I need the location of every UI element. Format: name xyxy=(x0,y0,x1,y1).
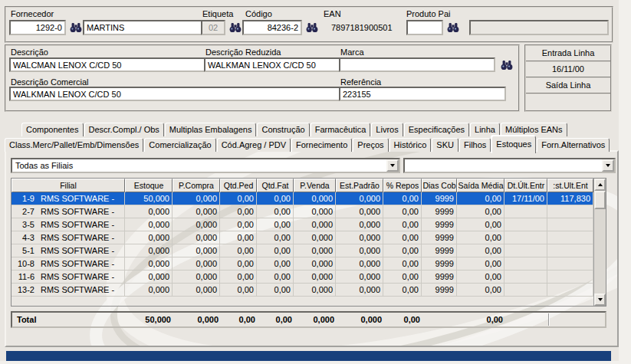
produto-pai-linked-field xyxy=(469,20,609,35)
tab-class-merc-pallet-emb-dimens-es[interactable]: Class.Merc/Pallet/Emb/Dimensões xyxy=(5,138,143,152)
column-header-sa-da-m-dia[interactable]: Saída Média xyxy=(457,179,504,192)
bottom-status-bar xyxy=(6,351,611,361)
column-header-estoque[interactable]: Estoque xyxy=(125,179,173,192)
produto-pai-lookup-icon[interactable] xyxy=(446,21,459,33)
column-header-filial[interactable]: Filial xyxy=(12,179,125,192)
cell-qtd-fat: 0,00 xyxy=(257,205,294,218)
descricao-label: Descrição xyxy=(11,48,48,57)
tab-forn-alternativos[interactable]: Forn.Alternativos xyxy=(537,138,610,152)
cell-p-compra: 0,000 xyxy=(173,218,220,231)
filial-cell: 3-5RMS SOFTWARE - xyxy=(12,218,125,231)
cell-p-compra: 0,000 xyxy=(173,271,220,284)
cell-repos: 0,00 xyxy=(383,271,422,284)
cell-est-padr-o: 0,000 xyxy=(336,244,383,257)
table-row-filial-1-9[interactable]: 1-9RMS SOFTWARE -50,0000,0000,000,000,00… xyxy=(12,192,606,205)
fornecedor-lookup-icon[interactable] xyxy=(69,21,82,33)
branch-filter-dropdown-button[interactable] xyxy=(386,159,399,172)
column-header-dt-lt-entr[interactable]: Dt.Últ.Entr xyxy=(504,179,547,192)
table-row-filial-10-8[interactable]: 10-8RMS SOFTWARE -0,0000,0000,000,000,00… xyxy=(12,257,606,271)
total-qtd-ped: 0,00 xyxy=(221,315,258,324)
fornecedor-code-field[interactable] xyxy=(9,20,66,35)
tab-sku[interactable]: SKU xyxy=(432,138,458,152)
cell-qtd-fat: 0,00 xyxy=(257,271,294,284)
codigo-field[interactable] xyxy=(242,20,302,35)
total-qtd-fat: 0,00 xyxy=(258,315,294,324)
etiqueta-field xyxy=(201,20,225,35)
filial-name: RMS SOFTWARE - xyxy=(41,244,114,257)
fornecedor-label: Fornecedor xyxy=(11,9,54,18)
cell-repos: 0,00 xyxy=(383,284,422,297)
column-header-repos[interactable]: % Repos xyxy=(383,179,422,192)
cell-qtd-ped: 0,00 xyxy=(220,218,257,231)
produto-pai-field[interactable] xyxy=(406,20,443,35)
scroll-up-button[interactable] xyxy=(594,179,606,191)
cell-p-compra: 0,000 xyxy=(173,244,220,257)
secondary-filter-select[interactable] xyxy=(403,158,616,173)
column-header-st-ult-ent[interactable]: :st.Ult.Ent xyxy=(547,179,593,192)
tab-hist-rico[interactable]: Histórico xyxy=(389,138,432,152)
marca-lookup-icon[interactable] xyxy=(500,59,513,71)
cell-repos: 0,00 xyxy=(383,244,422,257)
fornecedor-name-field[interactable] xyxy=(83,20,204,35)
product-registration-window: Fornecedor Etiqueta Código EAN 789718190… xyxy=(0,0,619,361)
marca-field[interactable] xyxy=(339,57,495,72)
scroll-down-button[interactable] xyxy=(594,293,606,306)
cell-qtd-fat: 0,00 xyxy=(257,244,294,257)
table-row-filial-11-6[interactable]: 11-6RMS SOFTWARE -0,0000,0000,000,000,00… xyxy=(12,271,606,284)
cell-st-ult-ent xyxy=(547,244,593,257)
referencia-field[interactable] xyxy=(339,87,506,101)
column-header-qtd-fat[interactable]: Qtd.Fat xyxy=(257,179,294,192)
tab-c-d-agreg-pdv[interactable]: Cód.Agreg / PDV xyxy=(217,138,291,152)
column-header-p-venda[interactable]: P.Venda xyxy=(294,179,336,192)
descricao-field[interactable] xyxy=(9,57,205,72)
cell-dt-lt-entr: 17/11/00 xyxy=(504,192,547,205)
table-row-filial-4-3[interactable]: 4-3RMS SOFTWARE -0,0000,0000,000,000,000… xyxy=(12,231,606,244)
codigo-lookup-icon[interactable] xyxy=(305,21,318,33)
filial-name: RMS SOFTWARE - xyxy=(41,231,114,244)
secondary-filter-dropdown-button[interactable] xyxy=(602,159,614,172)
cell-st-ult-ent xyxy=(547,218,593,231)
vertical-scrollbar[interactable] xyxy=(593,179,606,306)
cell-sa-da-m-dia: 0,00 xyxy=(457,271,504,284)
table-row-filial-5-1[interactable]: 5-1RMS SOFTWARE -0,0000,0000,000,000,000… xyxy=(12,244,606,257)
descricao-reduzida-field[interactable] xyxy=(204,57,340,72)
tab-fornecimento[interactable]: Fornecimento xyxy=(291,138,352,152)
linha-panel: Entrada Linha 16/11/00 Saída Linha xyxy=(524,44,612,112)
tab-estoques[interactable]: Estoques xyxy=(491,136,536,153)
cell-st-ult-ent xyxy=(547,231,593,244)
column-header-est-padr-o[interactable]: Est.Padrão xyxy=(336,179,383,192)
column-header-qtd-ped[interactable]: Qtd.Ped xyxy=(220,179,257,192)
table-row-filial-3-5[interactable]: 3-5RMS SOFTWARE -0,0000,0000,000,000,000… xyxy=(12,218,606,231)
column-header-dias-cob[interactable]: Dias Cob xyxy=(422,179,457,192)
scrollbar-thumb[interactable] xyxy=(594,191,606,209)
cell-repos: 0,00 xyxy=(383,231,422,244)
cell-qtd-fat: 0,00 xyxy=(257,192,294,205)
totals-divider xyxy=(548,313,550,326)
tab-comercializa-o[interactable]: Comercialização xyxy=(144,138,215,152)
descricao-comercial-field[interactable] xyxy=(9,87,343,101)
tab-pre-os[interactable]: Preços xyxy=(353,138,388,152)
filial-code: 3-5 xyxy=(12,218,35,231)
grid-body: 1-9RMS SOFTWARE -50,0000,0000,000,000,00… xyxy=(12,192,606,297)
etiqueta-label: Etiqueta xyxy=(202,9,233,18)
cell-dt-lt-entr xyxy=(504,244,547,257)
cell-dias-cob: 9999 xyxy=(422,205,457,218)
total-sa-da-m-dia: 0,00 xyxy=(458,315,505,324)
cell-estoque: 0,000 xyxy=(125,205,173,218)
table-row-filial-2-7[interactable]: 2-7RMS SOFTWARE -0,0000,0000,000,000,000… xyxy=(12,205,606,218)
codigo-label: Código xyxy=(245,9,272,18)
filial-cell: 11-6RMS SOFTWARE - xyxy=(12,271,125,284)
cell-estoque: 0,000 xyxy=(125,231,173,244)
tab-bar-row2: Class.Merc/Pallet/Emb/DimensõesComercial… xyxy=(5,135,610,152)
tab-filhos[interactable]: Filhos xyxy=(459,138,491,152)
branch-filter-select[interactable]: Todas as Filiais xyxy=(11,158,400,173)
total-label: Total xyxy=(12,315,126,324)
cell-p-venda: 0,000 xyxy=(294,231,336,244)
cell-estoque: 50,000 xyxy=(125,192,173,205)
etiqueta-lookup-icon[interactable] xyxy=(228,21,242,33)
column-header-p-compra[interactable]: P.Compra xyxy=(173,179,220,192)
table-row-filial-13-2[interactable]: 13-2RMS SOFTWARE -0,0000,0000,000,000,00… xyxy=(12,284,606,297)
cell-st-ult-ent xyxy=(547,284,593,297)
cell-est-padr-o: 0,000 xyxy=(336,218,383,231)
cell-repos: 0,00 xyxy=(383,257,422,271)
